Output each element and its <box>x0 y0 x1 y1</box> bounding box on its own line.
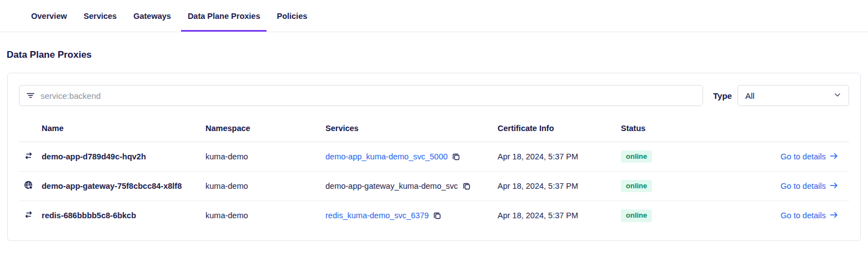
go-to-details-link[interactable]: Go to details <box>781 211 838 220</box>
go-to-details-label: Go to details <box>781 211 826 220</box>
proxy-name: redis-686bbbb5c8-6bkcb <box>42 201 205 230</box>
filter-icon <box>26 91 35 100</box>
search-box[interactable] <box>19 85 703 106</box>
column-header-name: Name <box>42 117 205 142</box>
tab-gateways[interactable]: Gateways <box>127 5 178 32</box>
proxy-name: demo-app-d789d49c-hqv2h <box>42 142 205 172</box>
proxy-namespace: kuma-demo <box>205 201 325 230</box>
column-header-services: Services <box>325 117 498 142</box>
status-badge: online <box>621 209 652 222</box>
copy-icon[interactable] <box>452 153 460 161</box>
copy-icon[interactable] <box>433 212 441 220</box>
certificate-info: Apr 18, 2024, 5:37 PM <box>498 201 621 230</box>
service-name: demo-app-gateway_kuma-demo_svc <box>325 182 458 190</box>
table-row: demo-app-gateway-75f8cbcc84-x8lf8 kuma-d… <box>19 172 849 201</box>
column-header-certificate-info: Certificate Info <box>498 117 621 142</box>
tab-bar: Overview Services Gateways Data Plane Pr… <box>0 0 868 32</box>
page-title: Data Plane Proxies <box>7 49 868 61</box>
sidecar-proxy-icon <box>24 210 33 219</box>
go-to-details-label: Go to details <box>781 152 826 161</box>
service-link[interactable]: demo-app_kuma-demo_svc_5000 <box>325 152 448 161</box>
gateway-icon <box>24 180 33 190</box>
column-header-namespace: Namespace <box>205 117 325 142</box>
filter-row: Type All <box>19 85 849 106</box>
tab-data-plane-proxies[interactable]: Data Plane Proxies <box>181 5 267 32</box>
tab-overview[interactable]: Overview <box>24 5 74 32</box>
go-to-details-link[interactable]: Go to details <box>781 152 838 161</box>
proxy-namespace: kuma-demo <box>205 172 325 201</box>
type-filter-label: Type <box>713 91 732 101</box>
arrow-right-icon <box>830 182 838 190</box>
proxy-name: demo-app-gateway-75f8cbcc84-x8lf8 <box>42 172 205 201</box>
type-filter-select[interactable]: All <box>737 85 849 106</box>
service-link[interactable]: redis_kuma-demo_svc_6379 <box>325 211 429 220</box>
copy-icon[interactable] <box>463 182 471 190</box>
arrow-right-icon <box>830 152 838 161</box>
certificate-info: Apr 18, 2024, 5:37 PM <box>498 172 621 201</box>
tab-services[interactable]: Services <box>77 5 124 32</box>
proxy-namespace: kuma-demo <box>205 142 325 172</box>
tab-policies[interactable]: Policies <box>270 5 314 32</box>
certificate-info: Apr 18, 2024, 5:37 PM <box>498 142 621 172</box>
column-header-status: Status <box>621 117 726 142</box>
column-header-actions <box>726 117 849 142</box>
chevron-down-icon <box>834 91 841 101</box>
go-to-details-label: Go to details <box>781 182 826 190</box>
data-plane-proxies-table: Name Namespace Services Certificate Info… <box>19 117 849 230</box>
search-input[interactable] <box>41 91 696 101</box>
status-badge: online <box>621 150 652 163</box>
arrow-right-icon <box>830 211 838 220</box>
sidecar-proxy-icon <box>24 151 33 160</box>
status-badge: online <box>621 180 652 193</box>
table-header-row: Name Namespace Services Certificate Info… <box>19 117 849 142</box>
column-header-icon <box>19 117 42 142</box>
type-filter-value: All <box>745 91 755 101</box>
data-plane-proxies-card: Type All Name Namespace Services Certifi… <box>7 73 861 241</box>
go-to-details-link[interactable]: Go to details <box>781 182 838 190</box>
table-row: demo-app-d789d49c-hqv2h kuma-demo demo-a… <box>19 142 849 172</box>
table-row: redis-686bbbb5c8-6bkcb kuma-demo redis_k… <box>19 201 849 230</box>
